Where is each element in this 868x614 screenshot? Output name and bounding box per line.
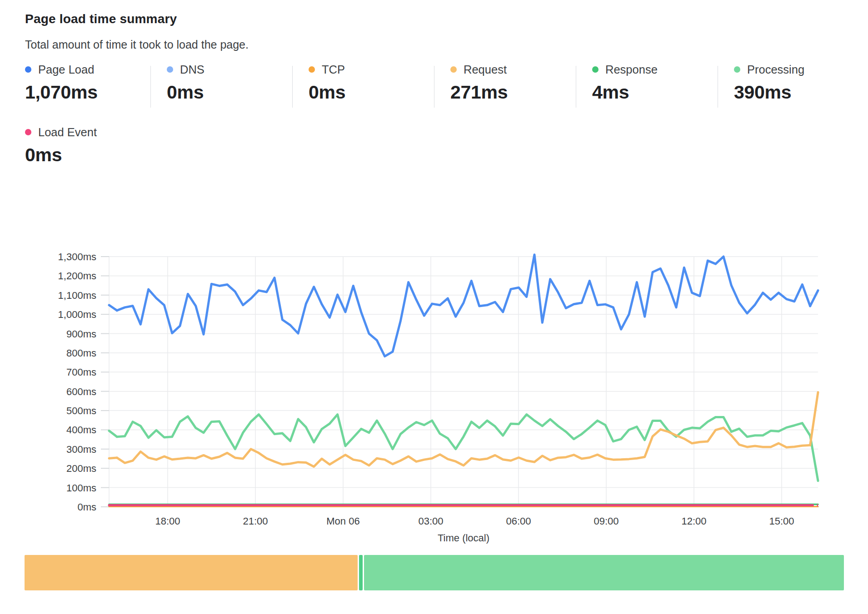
scrubber-segment-processing-span[interactable]: [364, 555, 844, 590]
svg-text:Time (local): Time (local): [438, 532, 489, 544]
svg-text:21:00: 21:00: [243, 515, 268, 527]
timeline-scrubber-bar[interactable]: [0, 555, 868, 590]
svg-text:15:00: 15:00: [769, 515, 794, 527]
svg-text:0ms: 0ms: [77, 501, 96, 513]
svg-text:700ms: 700ms: [66, 366, 96, 378]
svg-text:100ms: 100ms: [66, 482, 96, 494]
scrubber-segment-processing-sliver[interactable]: [359, 555, 363, 590]
svg-text:1,200ms: 1,200ms: [58, 270, 96, 282]
svg-text:800ms: 800ms: [66, 347, 96, 359]
svg-text:12:00: 12:00: [681, 515, 706, 527]
scrubber-segment-request-span[interactable]: [25, 555, 358, 590]
svg-text:1,300ms: 1,300ms: [58, 251, 96, 262]
svg-text:18:00: 18:00: [155, 515, 180, 527]
page-load-summary-panel: Page load time summary Total amount of t…: [0, 0, 868, 614]
svg-text:Mon 06: Mon 06: [326, 515, 359, 527]
svg-text:1,000ms: 1,000ms: [58, 309, 96, 320]
svg-text:500ms: 500ms: [66, 405, 96, 416]
svg-text:06:00: 06:00: [506, 515, 531, 527]
svg-text:1,100ms: 1,100ms: [58, 290, 96, 301]
svg-text:03:00: 03:00: [418, 515, 443, 527]
svg-text:600ms: 600ms: [66, 386, 96, 397]
page-load-time-chart[interactable]: 18:0021:00Mon 0603:0006:0009:0012:0015:0…: [0, 0, 868, 614]
svg-text:400ms: 400ms: [66, 424, 96, 436]
svg-text:09:00: 09:00: [594, 515, 619, 527]
svg-text:300ms: 300ms: [66, 444, 96, 455]
svg-text:200ms: 200ms: [66, 463, 96, 474]
svg-text:900ms: 900ms: [66, 328, 96, 340]
